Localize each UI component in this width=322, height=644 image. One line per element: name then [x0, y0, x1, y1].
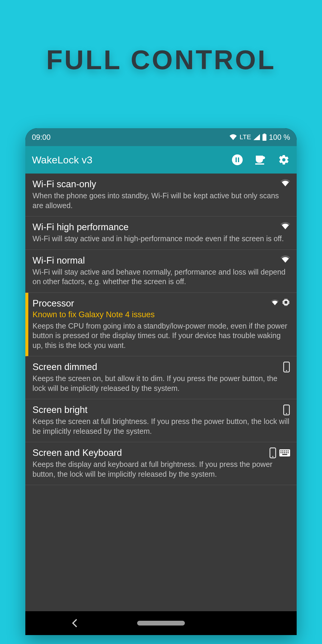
svg-point-2: [232, 154, 243, 165]
cpu-icon: [282, 298, 290, 306]
list-item[interactable]: Screen dimmedKeeps the screen on, but al…: [25, 356, 297, 399]
list-item[interactable]: Wi-Fi scan-onlyWhen the phone goes into …: [25, 174, 297, 216]
wifi-icon: [281, 222, 290, 230]
svg-rect-1: [264, 134, 266, 134]
android-navbar: [25, 611, 297, 635]
svg-rect-3: [236, 157, 237, 162]
row-icons: [281, 222, 290, 230]
svg-rect-7: [284, 301, 287, 304]
svg-rect-15: [281, 451, 282, 452]
row-description: Wi-Fi will stay active and behave normal…: [32, 267, 290, 287]
row-title: Screen bright: [32, 405, 290, 415]
row-subtitle: Known to fix Galaxy Note 4 issues: [32, 310, 290, 319]
wifi-status-icon: [229, 134, 237, 140]
row-icons: [283, 405, 290, 415]
svg-rect-17: [284, 451, 285, 452]
svg-rect-20: [281, 452, 282, 453]
row-title: Screen and Keyboard: [32, 448, 290, 458]
row-title: Wi-Fi scan-only: [32, 179, 290, 190]
svg-point-9: [286, 370, 287, 371]
row-description: Keeps the screen at full brightness. If …: [32, 417, 290, 436]
phone-icon: [283, 405, 290, 415]
app-bar: WakeLock v3: [25, 146, 297, 174]
home-pill[interactable]: [137, 621, 185, 626]
svg-rect-25: [282, 454, 287, 455]
row-description: When the phone goes into standby, Wi-Fi …: [32, 191, 290, 210]
list-item[interactable]: Wi-Fi normalWi-Fi will stay active and b…: [25, 250, 297, 293]
pause-button[interactable]: [231, 154, 244, 166]
list-item[interactable]: Wi-Fi high performanceWi-Fi will stay ac…: [25, 216, 297, 250]
row-title: Screen dimmed: [32, 362, 290, 372]
device-frame: 09:00 LTE 100 % WakeLock v3: [25, 128, 297, 635]
svg-rect-18: [286, 451, 287, 452]
row-icons: [269, 448, 290, 458]
hero-title: FULL CONTROL: [0, 0, 322, 75]
svg-rect-5: [255, 163, 264, 165]
row-icons: [283, 362, 290, 372]
svg-rect-21: [282, 452, 284, 453]
signal-icon: [253, 134, 260, 140]
status-bar: 09:00 LTE 100 %: [25, 128, 297, 146]
svg-rect-4: [238, 157, 239, 162]
svg-rect-24: [288, 452, 289, 453]
app-title: WakeLock v3: [32, 154, 231, 166]
list-content: Wi-Fi scan-onlyWhen the phone goes into …: [25, 174, 297, 611]
row-title: Processor: [32, 298, 290, 309]
svg-point-13: [272, 456, 273, 457]
svg-rect-16: [282, 451, 284, 452]
list-item[interactable]: Screen and KeyboardKeeps the display and…: [25, 442, 297, 485]
keyboard-icon: [279, 449, 290, 456]
svg-rect-19: [288, 451, 289, 452]
caffeine-button[interactable]: [254, 154, 267, 166]
network-label: LTE: [239, 133, 251, 141]
battery-icon: [262, 134, 267, 141]
row-title: Wi-Fi normal: [32, 255, 290, 266]
row-icons: [281, 255, 290, 263]
row-icons: [271, 298, 290, 306]
row-description: Keeps the CPU from going into a standby/…: [32, 321, 290, 350]
wifi-icon: [281, 179, 290, 187]
row-description: Wi-Fi will stay active and in high-perfo…: [32, 234, 290, 244]
row-description: Keeps the screen on, but allow it to dim…: [32, 374, 290, 393]
battery-label: 100 %: [269, 133, 290, 142]
svg-point-11: [286, 413, 287, 414]
row-title: Wi-Fi high performance: [32, 222, 290, 233]
wifi-icon: [281, 255, 290, 263]
phone-icon: [283, 362, 290, 372]
list-item[interactable]: ProcessorKnown to fix Galaxy Note 4 issu…: [25, 293, 297, 357]
back-button[interactable]: [72, 619, 78, 627]
svg-rect-23: [286, 452, 287, 453]
svg-rect-22: [284, 452, 285, 453]
settings-button[interactable]: [278, 154, 290, 166]
phone-icon: [269, 448, 276, 458]
row-description: Keeps the display and keyboard at full b…: [32, 459, 290, 479]
wifi-small-icon: [271, 299, 279, 305]
svg-rect-0: [263, 134, 267, 141]
row-icons: [281, 179, 290, 187]
list-item[interactable]: Screen brightKeeps the screen at full br…: [25, 399, 297, 442]
status-time: 09:00: [32, 133, 51, 142]
